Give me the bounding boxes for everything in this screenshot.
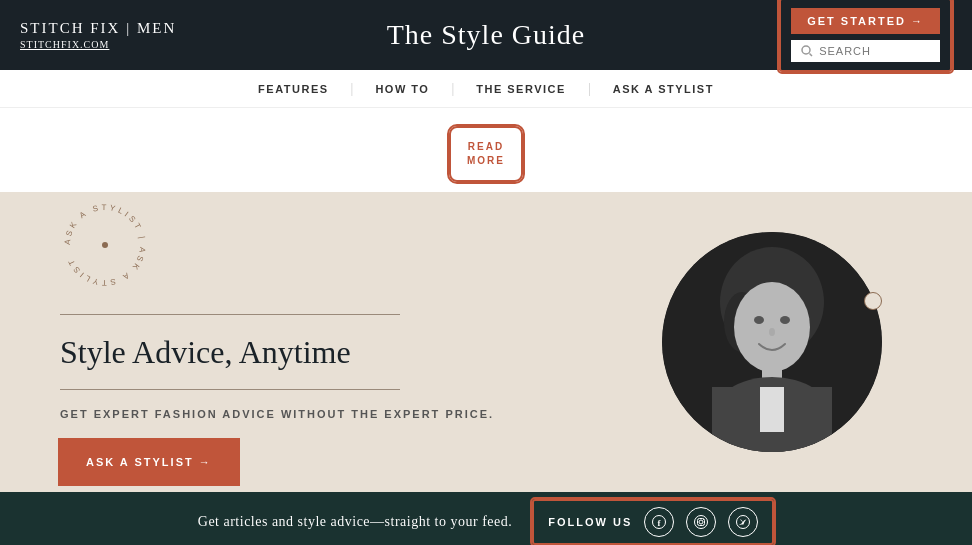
svg-point-7: [780, 316, 790, 324]
search-input[interactable]: [819, 45, 919, 57]
svg-point-18: [703, 519, 704, 520]
twitter-icon[interactable]: [728, 507, 758, 537]
facebook-icon[interactable]: f: [644, 507, 674, 537]
svg-point-6: [754, 316, 764, 324]
svg-rect-12: [760, 387, 784, 432]
svg-point-5: [734, 282, 810, 372]
main-nav: FEATURES | HOW TO | THE SERVICE | ASK A …: [0, 70, 972, 108]
site-title-container: The Style Guide: [387, 19, 586, 51]
follow-us-label: FOLLOW US: [548, 516, 632, 528]
header-actions: GET STARTED →: [779, 0, 952, 72]
footer-text: Get articles and style advice—straight t…: [198, 514, 512, 530]
divider-top: [60, 314, 400, 315]
stylist-photo: [662, 232, 882, 452]
search-bar: [791, 40, 940, 62]
instagram-icon[interactable]: [686, 507, 716, 537]
site-footer: Get articles and style advice—straight t…: [0, 492, 972, 545]
search-icon: [801, 45, 813, 57]
brand-url[interactable]: STITCHFIX.COM: [20, 39, 176, 50]
hero-title: Style Advice, Anytime: [60, 333, 632, 371]
ask-stylist-button[interactable]: ASK A STYLIST →: [60, 440, 238, 484]
follow-us-section: FOLLOW US f: [532, 499, 774, 545]
svg-point-0: [802, 46, 810, 54]
badge-center-dot: [102, 242, 108, 248]
site-title: The Style Guide: [387, 19, 586, 51]
brand-name: STITCH FIX | MEN: [20, 20, 176, 37]
nav-the-service[interactable]: THE SERVICE: [454, 83, 588, 95]
nav-features[interactable]: FEATURES: [236, 83, 350, 95]
svg-point-17: [699, 520, 703, 524]
read-more-area: READ MORE: [0, 108, 972, 192]
decoration-dot: [864, 292, 882, 310]
hero-section: ASK A STYLIST | ASK A STYLIST Style Advi…: [0, 192, 972, 492]
circular-text-svg: ASK A STYLIST | ASK A STYLIST: [60, 200, 150, 290]
svg-point-8: [769, 328, 775, 336]
nav-how-to[interactable]: HOW TO: [353, 83, 451, 95]
svg-line-1: [810, 54, 813, 57]
svg-text:f: f: [658, 518, 662, 528]
stylist-svg: [662, 232, 882, 452]
circular-badge: ASK A STYLIST | ASK A STYLIST: [60, 200, 150, 290]
hero-content-right: [632, 232, 912, 452]
get-started-button[interactable]: GET STARTED →: [791, 8, 940, 34]
divider-bottom: [60, 389, 400, 390]
site-header: STITCH FIX | MEN STITCHFIX.COM The Style…: [0, 0, 972, 70]
hero-subtitle: GET EXPERT FASHION ADVICE WITHOUT THE EX…: [60, 408, 632, 420]
svg-point-15: [695, 516, 708, 529]
brand-section: STITCH FIX | MEN STITCHFIX.COM: [20, 20, 176, 50]
read-more-button[interactable]: READ MORE: [449, 126, 523, 182]
hero-content-left: ASK A STYLIST | ASK A STYLIST Style Advi…: [60, 200, 632, 484]
nav-ask-stylist[interactable]: ASK A STYLIST: [591, 83, 736, 95]
